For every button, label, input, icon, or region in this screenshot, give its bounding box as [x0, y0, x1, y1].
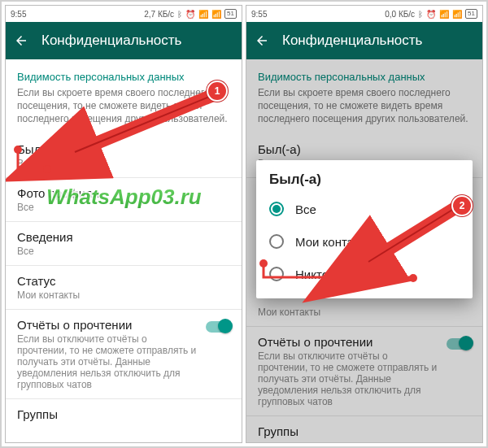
dialog-title: Был(-а) [256, 172, 473, 193]
item-title: Отчёты о прочтении [17, 318, 199, 332]
item-status[interactable]: Статус Мои контакты [6, 266, 242, 309]
toggle-switch[interactable] [447, 338, 471, 350]
radio-icon [269, 267, 284, 281]
radio-option-contacts[interactable]: Мои контакты [256, 225, 473, 258]
annotation-dot [43, 165, 51, 173]
item-status[interactable]: Мои контакты [246, 297, 482, 326]
radio-icon [269, 234, 284, 249]
signal-icon: 📶 [439, 10, 449, 19]
bluetooth-icon: ᛒ [418, 10, 423, 19]
item-title: Сведения [17, 230, 230, 244]
item-value: Мои контакты [258, 305, 471, 318]
annotation-dot [259, 259, 268, 267]
battery-indicator: 51 [465, 9, 477, 19]
item-title: Группы [17, 407, 230, 421]
item-read-receipts[interactable]: Отчёты о прочтении Если вы отключите отч… [246, 327, 482, 415]
last-seen-dialog: Был(-а) Все Мои контакты Никто [256, 160, 473, 298]
phone-right: 9:55 0,0 КБ/с ᛒ ⏰ 📶 📶 51 Конфиденциально… [246, 5, 483, 443]
item-value: Все [17, 244, 230, 257]
section-header: Видимость персональных данных [6, 59, 242, 86]
status-time: 9:55 [251, 10, 267, 19]
item-title: Группы [258, 424, 471, 438]
radio-label: Все [295, 202, 316, 216]
item-groups[interactable]: Группы [6, 399, 242, 429]
item-title: Был(-а) [17, 142, 230, 156]
status-net: 0,0 КБ/с [385, 10, 415, 19]
status-net: 2,7 КБ/с [144, 10, 174, 19]
item-about[interactable]: Сведения Все [6, 222, 242, 265]
wifi-icon: 📶 [211, 10, 221, 19]
app-header: Конфиденциальность [6, 22, 242, 59]
toggle-switch[interactable] [206, 321, 230, 333]
item-value: Мои контакты [17, 288, 230, 301]
annotation-badge-2: 2 [451, 195, 473, 216]
back-icon[interactable] [255, 33, 269, 48]
app-header: Конфиденциальность [246, 22, 482, 59]
radio-label: Мои контакты [295, 235, 373, 249]
signal-icon: 📶 [198, 10, 208, 19]
item-title: Был(-а) [258, 142, 471, 156]
status-bar: 9:55 2,7 КБ/с ᛒ ⏰ 📶 📶 51 [6, 6, 242, 22]
annotation-dot [14, 146, 22, 154]
item-profile-photo[interactable]: Фото профиля Все [6, 178, 242, 221]
item-read-receipts[interactable]: Отчёты о прочтении Если вы отключите отч… [6, 310, 242, 398]
status-time: 9:55 [11, 10, 26, 19]
item-description: Если вы отключите отчёты о прочтении, то… [258, 349, 440, 407]
phone-left: 9:55 2,7 КБ/с ᛒ ⏰ 📶 📶 51 Конфиденциально… [5, 5, 242, 443]
radio-option-nobody[interactable]: Никто [256, 258, 473, 290]
battery-indicator: 51 [224, 9, 237, 19]
page-title: Конфиденциальность [282, 33, 422, 49]
content-area: Видимость персональных данных Если вы ск… [6, 59, 242, 442]
wifi-icon: 📶 [452, 10, 462, 19]
bluetooth-icon: ᛒ [177, 10, 182, 19]
radio-label: Никто [295, 267, 329, 281]
radio-option-everyone[interactable]: Все [256, 193, 473, 225]
item-last-seen[interactable]: Был(-а) Все [6, 134, 242, 177]
item-title: Фото профиля [17, 186, 230, 200]
status-bar: 9:55 0,0 КБ/с ᛒ ⏰ 📶 📶 51 [246, 6, 482, 22]
item-title: Отчёты о прочтении [258, 335, 440, 349]
radio-icon [269, 202, 284, 216]
item-title: Статус [17, 274, 230, 288]
back-icon[interactable] [14, 33, 28, 48]
page-title: Конфиденциальность [41, 33, 181, 49]
alarm-icon: ⏰ [185, 10, 195, 19]
item-description: Если вы отключите отчёты о прочтении, то… [17, 332, 199, 390]
item-groups[interactable]: Группы [246, 416, 482, 442]
annotation-dot [409, 274, 417, 282]
annotation-badge-1: 1 [207, 80, 228, 102]
alarm-icon: ⏰ [426, 10, 436, 19]
item-value: Все [17, 200, 230, 213]
section-header: Видимость персональных данных [246, 59, 482, 86]
section-description: Если вы скроете время своего последнего … [246, 86, 482, 134]
